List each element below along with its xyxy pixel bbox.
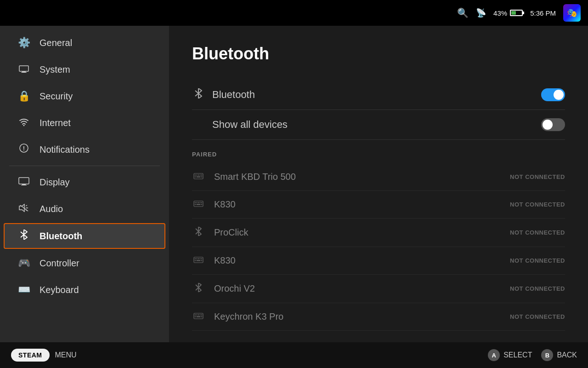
device-status-3: NOT CONNECTED (510, 257, 565, 264)
steam-button[interactable]: STEAM (11, 349, 50, 362)
select-label: SELECT (503, 351, 532, 359)
audio-icon (17, 203, 30, 215)
sidebar-item-controller[interactable]: 🎮 Controller (4, 251, 165, 276)
bluetooth-icon (17, 230, 30, 242)
device-row[interactable]: K830 NOT CONNECTED (192, 247, 565, 275)
svg-rect-16 (197, 175, 198, 176)
sidebar-item-audio[interactable]: Audio (4, 196, 165, 221)
svg-rect-27 (200, 202, 201, 203)
b-button[interactable]: B (541, 349, 553, 361)
device-name-1: K830 (214, 199, 510, 210)
device-name-2: ProClick (214, 227, 510, 238)
svg-rect-39 (197, 260, 201, 261)
search-icon[interactable]: 🔍 (457, 7, 469, 18)
device-row[interactable]: Smart KBD Trio 500 NOT CONNECTED (192, 163, 565, 191)
device-status-5: NOT CONNECTED (510, 313, 565, 320)
keyboard-device-icon-5 (192, 312, 205, 322)
back-label: BACK (557, 351, 577, 359)
svg-rect-32 (194, 257, 203, 263)
battery-area: 43% (493, 9, 523, 17)
notification-icon: ! (17, 144, 30, 155)
bluetooth-setting-icon (192, 88, 205, 101)
keyboard-device-icon-0 (192, 172, 205, 182)
device-row[interactable]: Orochi V2 NOT CONNECTED (192, 275, 565, 303)
bluetooth-toggle-label: Bluetooth (212, 89, 541, 101)
sidebar-item-notifications[interactable]: ! Notifications (4, 137, 165, 162)
sidebar-item-bluetooth[interactable]: Bluetooth (4, 223, 165, 249)
svg-rect-17 (198, 175, 199, 176)
device-row[interactable]: K830 NOT CONNECTED (192, 191, 565, 218)
svg-rect-18 (200, 175, 201, 176)
signal-icon: 📡 (476, 8, 486, 18)
main-area: ⚙️ General System 🔒 Security (0, 26, 588, 342)
time-display: 5:36 PM (530, 9, 556, 17)
svg-rect-29 (195, 204, 196, 205)
svg-rect-6 (19, 178, 29, 184)
keyboard-device-icon-3 (192, 256, 205, 265)
svg-text:!: ! (23, 145, 25, 152)
device-list: Smart KBD Trio 500 NOT CONNECTED (192, 163, 565, 331)
svg-rect-34 (197, 259, 198, 259)
svg-rect-44 (198, 315, 199, 316)
svg-rect-38 (195, 260, 196, 261)
controller-icon: 🎮 (17, 257, 30, 269)
device-row[interactable]: Keychron K3 Pro NOT CONNECTED (192, 303, 565, 331)
keyboard-device-icon-1 (192, 200, 205, 209)
svg-rect-49 (201, 316, 202, 317)
system-icon (17, 63, 30, 75)
sidebar-item-display[interactable]: Display (4, 170, 165, 195)
sidebar-item-system[interactable]: System (4, 57, 165, 82)
show-all-devices-row: Show all devices (192, 110, 565, 140)
sidebar-item-security[interactable]: 🔒 Security (4, 84, 165, 109)
svg-rect-1 (22, 71, 26, 72)
bluetooth-toggle-knob (554, 90, 564, 100)
show-all-devices-label: Show all devices (192, 119, 541, 131)
svg-rect-46 (201, 315, 202, 316)
keyboard-icon: ⌨️ (17, 284, 30, 296)
svg-rect-8 (21, 185, 27, 185)
internet-icon (17, 117, 30, 129)
show-all-devices-toggle[interactable] (541, 118, 565, 131)
avatar: 🎭 (563, 4, 581, 22)
svg-rect-7 (22, 184, 26, 185)
device-status-2: NOT CONNECTED (510, 229, 565, 236)
svg-rect-14 (194, 173, 203, 179)
bluetooth-toggle-row: Bluetooth (192, 80, 565, 110)
show-all-devices-knob (543, 120, 553, 130)
svg-point-3 (23, 125, 25, 126)
svg-rect-35 (198, 259, 199, 259)
svg-rect-24 (195, 202, 196, 203)
svg-rect-2 (21, 72, 27, 73)
gear-icon: ⚙️ (17, 37, 30, 49)
bottom-actions: A SELECT B BACK (488, 349, 577, 361)
device-row[interactable]: ProClick NOT CONNECTED (192, 218, 565, 247)
battery-icon (510, 10, 523, 16)
device-name-3: K830 (214, 255, 510, 266)
sidebar-item-keyboard[interactable]: ⌨️ Keyboard (4, 277, 165, 302)
sidebar-item-general[interactable]: ⚙️ General (4, 30, 165, 55)
sidebar-item-internet[interactable]: Internet (4, 110, 165, 135)
device-status-4: NOT CONNECTED (510, 285, 565, 292)
a-button-label: A (492, 352, 496, 359)
device-status-1: NOT CONNECTED (510, 201, 565, 208)
select-action: A SELECT (488, 349, 532, 361)
page-title: Bluetooth (192, 44, 565, 63)
device-name-4: Orochi V2 (214, 283, 510, 294)
a-button[interactable]: A (488, 349, 500, 361)
paired-section-header: PAIRED (192, 151, 565, 158)
bluetooth-toggle[interactable] (541, 88, 565, 101)
svg-rect-41 (194, 313, 203, 319)
bluetooth-device-icon-2 (192, 227, 205, 238)
avatar-emoji: 🎭 (567, 8, 577, 18)
svg-rect-26 (198, 202, 199, 203)
device-name-0: Smart KBD Trio 500 (214, 172, 510, 182)
svg-rect-15 (195, 175, 196, 176)
lock-icon: 🔒 (17, 90, 30, 102)
battery-percent: 43% (493, 9, 507, 17)
bottombar: STEAM MENU A SELECT B BACK (0, 342, 588, 368)
bluetooth-device-icon-4 (192, 283, 205, 294)
svg-rect-42 (195, 315, 196, 316)
menu-label: MENU (55, 351, 77, 359)
b-button-label: B (545, 352, 549, 359)
svg-rect-40 (201, 260, 202, 261)
